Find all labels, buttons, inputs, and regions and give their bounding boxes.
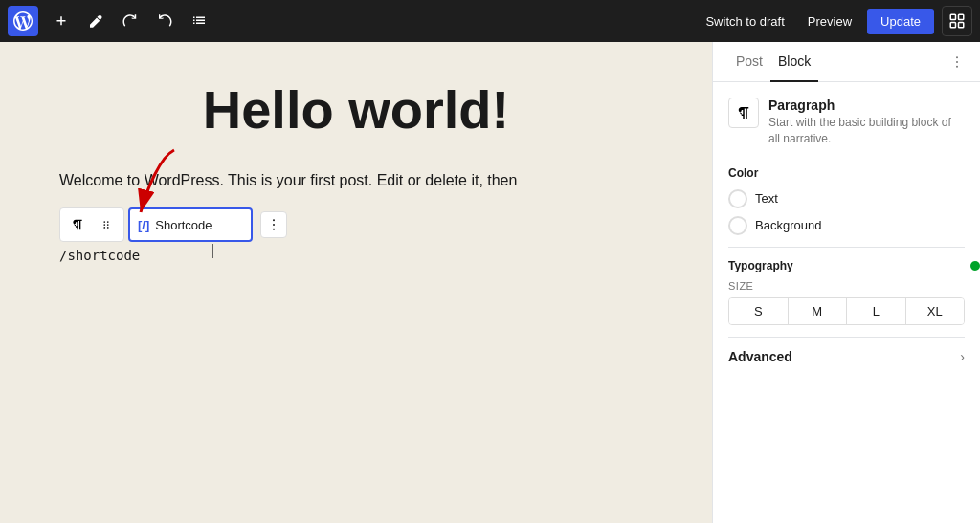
divider-2 (728, 337, 965, 338)
svg-rect-1 (959, 14, 964, 19)
svg-point-13 (273, 229, 275, 230)
undo-button[interactable] (115, 6, 145, 36)
settings-icon (948, 12, 966, 30)
svg-rect-2 (950, 23, 955, 28)
svg-point-14 (956, 56, 958, 58)
block-info: Paragraph Start with the basic building … (728, 98, 965, 147)
divider-1 (728, 247, 965, 248)
post-title[interactable]: Hello world! (59, 80, 653, 140)
svg-point-12 (273, 224, 275, 226)
svg-point-7 (103, 224, 105, 226)
wp-logo-icon (13, 11, 33, 31)
svg-rect-0 (950, 14, 955, 19)
switch-to-draft-button[interactable]: Switch to draft (698, 11, 791, 33)
settings-button[interactable] (942, 6, 972, 36)
drag-icon (100, 218, 113, 231)
size-s-button[interactable]: S (729, 298, 789, 324)
pencil-icon (87, 12, 104, 30)
paragraph-icon (70, 217, 85, 232)
background-color-swatch[interactable] (728, 216, 747, 235)
block-title: Paragraph (768, 98, 965, 113)
sidebar-content: Paragraph Start with the basic building … (713, 82, 980, 380)
block-more-options-btn[interactable] (260, 211, 287, 238)
svg-point-8 (107, 224, 109, 226)
add-button[interactable] (46, 6, 77, 36)
shortcode-content[interactable]: /shortcode (59, 248, 653, 263)
size-label: SIZE (728, 280, 965, 292)
wp-logo (8, 6, 38, 36)
block-paragraph-icon (728, 98, 759, 128)
tab-block[interactable]: Block (770, 42, 818, 82)
advanced-label: Advanced (728, 349, 792, 364)
background-color-label: Background (755, 218, 821, 232)
block-toolbar-row: [/] Shortcode | (59, 207, 653, 242)
size-m-button[interactable]: M (789, 298, 848, 324)
tab-post[interactable]: Post (728, 42, 770, 82)
paragraph-block-icon (735, 104, 752, 121)
more-vertical-icon (949, 54, 965, 70)
color-text-row: Text (728, 189, 965, 208)
shortcode-label: Shortcode (155, 218, 212, 232)
svg-point-5 (103, 221, 105, 223)
editor-content: Hello world! Welcome to WordPress. This … (59, 80, 653, 263)
plus-icon (53, 12, 70, 30)
more-options-icon (266, 217, 281, 232)
drag-handle-btn[interactable] (93, 211, 120, 238)
edit-button[interactable] (80, 6, 111, 36)
size-buttons: S M L XL (728, 297, 965, 325)
svg-point-9 (103, 227, 105, 229)
undo-icon (122, 12, 139, 30)
svg-point-10 (107, 227, 109, 229)
svg-point-6 (107, 221, 109, 223)
sidebar-tabs: Post Block (713, 42, 980, 82)
svg-rect-3 (959, 23, 964, 28)
typography-section-title: Typography (728, 259, 793, 272)
block-desc: Start with the basic building block of a… (768, 115, 965, 147)
size-l-button[interactable]: L (847, 298, 906, 324)
tab-more-options[interactable] (949, 42, 965, 81)
cursor: | (211, 242, 214, 259)
svg-point-16 (956, 65, 958, 67)
main-area: Hello world! Welcome to WordPress. This … (0, 42, 980, 523)
update-button[interactable]: Update (867, 9, 934, 34)
chevron-right-icon: › (960, 349, 965, 364)
svg-point-11 (273, 220, 275, 222)
color-section-title: Color (728, 166, 965, 180)
post-body[interactable]: Welcome to WordPress. This is your first… (59, 168, 653, 193)
toolbar: Switch to draft Preview Update (0, 0, 980, 42)
text-color-label: Text (755, 191, 778, 206)
typography-green-dot (970, 261, 980, 271)
text-color-swatch[interactable] (728, 189, 747, 208)
list-view-icon (190, 12, 208, 30)
svg-point-15 (956, 61, 958, 63)
shortcode-icon: [/] (138, 218, 149, 232)
size-xl-button[interactable]: XL (906, 298, 965, 324)
list-view-button[interactable] (184, 6, 214, 36)
redo-button[interactable] (149, 6, 180, 36)
color-background-row: Background (728, 216, 965, 235)
block-inline-toolbar (59, 207, 124, 242)
shortcode-dropdown[interactable]: [/] Shortcode (128, 207, 253, 242)
redo-icon (156, 12, 173, 30)
sidebar: Post Block Paragraph Start with the basi (712, 42, 980, 523)
editor-canvas[interactable]: Hello world! Welcome to WordPress. This … (0, 42, 712, 523)
paragraph-icon-btn[interactable] (64, 211, 91, 238)
advanced-section[interactable]: Advanced › (728, 349, 965, 364)
preview-button[interactable]: Preview (800, 11, 859, 33)
